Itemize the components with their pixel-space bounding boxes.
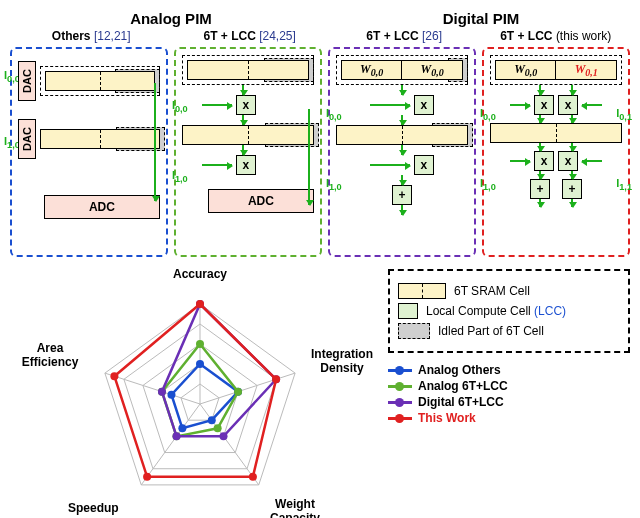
sram-cell	[45, 71, 155, 91]
arrow-down-icon	[401, 175, 403, 185]
svg-marker-28	[114, 304, 276, 477]
axis-accuracy: Accuracy	[173, 267, 227, 281]
lcc-mul: x	[414, 155, 434, 175]
label-w00: W0,0	[514, 62, 537, 78]
idled-region	[116, 127, 165, 151]
arrow-down-icon	[571, 199, 573, 207]
arrow-down-icon	[571, 143, 573, 151]
col2-header: 6T + LCC [26]	[327, 29, 482, 43]
panel-analog-6t-lcc: I0,0 I1,0 x x ADC	[174, 47, 322, 257]
weight-cell: W0,0	[495, 60, 557, 80]
svg-point-32	[143, 473, 151, 481]
arrow-right-icon	[202, 104, 232, 106]
adc-block: ADC	[208, 189, 314, 213]
series-legend: Analog Others Analog 6T+LCC Digital 6T+L…	[388, 363, 630, 425]
label-i10: I1,0	[326, 177, 342, 192]
sram-row: W0,0 W0,0	[336, 55, 468, 85]
arrow-right-icon	[202, 164, 232, 166]
idled-region	[432, 123, 473, 147]
svg-point-29	[196, 300, 204, 308]
arrow-down-icon	[571, 85, 573, 95]
svg-point-25	[220, 432, 228, 440]
weight-cell: W0,0	[341, 60, 403, 80]
column-headers: Others [12,21] 6T + LCC [24,25] 6T + LCC…	[10, 29, 630, 43]
arrow-down-icon	[571, 171, 573, 179]
svg-point-18	[234, 388, 242, 396]
label-i00: I0,0	[326, 107, 342, 122]
arrow-right-icon	[510, 104, 530, 106]
label-i10: I1,0	[172, 169, 188, 184]
panel-this-work: I0,0 I0,1 I1,0 I1,1 W0,0 W0,1 x x	[482, 47, 630, 257]
label-i10: I1,0	[480, 177, 496, 192]
series-marker-icon	[388, 385, 412, 388]
lcc-mul: x	[414, 95, 434, 115]
svg-point-33	[110, 372, 118, 380]
arrow-down-icon	[571, 115, 573, 123]
lcc-mul: x	[558, 151, 578, 171]
lcc-mul: x	[236, 155, 256, 175]
arrow-down-icon	[401, 115, 403, 125]
weight-cell: W0,1	[556, 60, 617, 80]
radar-chart: Accuracy IntegrationDensity WeightCapaci…	[10, 269, 380, 518]
legend-series-analog-others: Analog Others	[388, 363, 630, 377]
lcc-mul: x	[534, 95, 554, 115]
idled-region	[265, 123, 319, 147]
arrow-down-icon	[539, 199, 541, 207]
svg-point-26	[172, 432, 180, 440]
col0-header: Others [12,21]	[10, 29, 172, 43]
swatch-sram-icon	[398, 283, 446, 299]
svg-marker-10	[171, 364, 238, 428]
col3-header: 6T + LCC (this work)	[481, 29, 630, 43]
svg-point-27	[158, 388, 166, 396]
radar-svg	[10, 269, 380, 518]
arrow-down-icon	[539, 143, 541, 151]
bottom-row: Accuracy IntegrationDensity WeightCapaci…	[10, 269, 630, 518]
label-w00: W0,0	[421, 62, 444, 78]
svg-point-30	[272, 375, 280, 383]
series-marker-icon	[388, 401, 412, 404]
panel-analog-others: I0,0 I1,0 DAC DAC ADC	[10, 47, 168, 257]
sram-cell	[182, 125, 314, 145]
arrow-down-icon	[154, 83, 156, 201]
sram-row	[182, 55, 314, 85]
arrow-right-icon	[370, 164, 410, 166]
svg-point-15	[167, 391, 175, 399]
swatch-lcc-icon	[398, 303, 418, 319]
axis-integration: IntegrationDensity	[302, 347, 382, 375]
dac-block: DAC	[18, 119, 36, 159]
sram-cell	[336, 125, 468, 145]
lcc-mul: x	[558, 95, 578, 115]
header-digital: Digital PIM	[332, 10, 630, 27]
lcc-add: +	[562, 179, 582, 199]
sram-cell	[40, 129, 160, 149]
series-marker-icon	[388, 417, 412, 420]
idled-region	[448, 58, 468, 82]
label-i01: I0,1	[616, 107, 632, 122]
arrow-down-icon	[401, 145, 403, 155]
legend-idled: Idled Part of 6T Cell	[398, 323, 620, 339]
svg-point-17	[196, 340, 204, 348]
arrow-down-icon	[401, 205, 403, 215]
axis-speedup: Speedup	[68, 501, 119, 515]
panel-digital-6t-lcc: I0,0 I1,0 W0,0 W0,0 x x +	[328, 47, 476, 257]
arrow-down-icon	[539, 115, 541, 123]
svg-point-19	[214, 424, 222, 432]
idled-region	[264, 58, 314, 82]
legend-series-analog-6t-lcc: Analog 6T+LCC	[388, 379, 630, 393]
svg-point-11	[196, 360, 204, 368]
arrow-left-icon	[582, 160, 602, 162]
lcc-add: +	[530, 179, 550, 199]
header-analog: Analog PIM	[10, 10, 332, 27]
sram-cell	[490, 123, 622, 143]
arrow-down-icon	[308, 109, 310, 205]
label-w00: W0,0	[360, 62, 383, 78]
legend-lcc: Local Compute Cell (LCC)	[398, 303, 620, 319]
arrow-down-icon	[401, 85, 403, 95]
category-headers: Analog PIM Digital PIM	[10, 10, 630, 27]
col1-header: 6T + LCC [24,25]	[172, 29, 327, 43]
arrow-down-icon	[539, 85, 541, 95]
axis-area: AreaEfficiency	[10, 341, 90, 369]
label-i11: I1,1	[616, 177, 632, 192]
svg-point-31	[249, 473, 257, 481]
arrow-down-icon	[242, 85, 244, 95]
